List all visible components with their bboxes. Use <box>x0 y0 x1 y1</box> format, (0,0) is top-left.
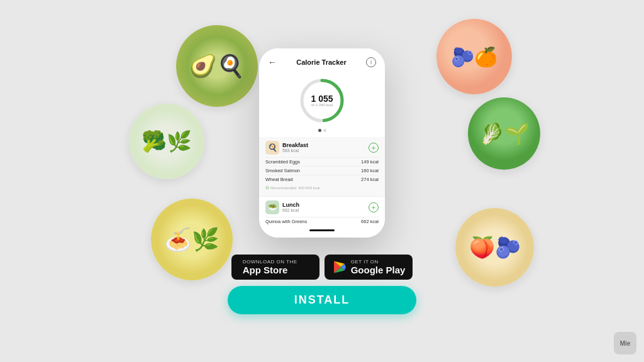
app-store-line1: Download on the <box>243 259 297 265</box>
page-dots <box>318 129 326 132</box>
rec-icon: ⊙ <box>265 185 269 190</box>
salmon-name: Smoked Salmon <box>265 168 300 173</box>
calorie-ring: 1 055 of 2 200 kcal <box>297 75 347 126</box>
mie-badge: Mie <box>614 332 636 354</box>
back-button[interactable]: ← <box>268 57 277 67</box>
food-item-quinoa: Quinoa with Greens 662 kcal <box>265 217 379 226</box>
lunch-icon: 🥗 <box>265 200 279 214</box>
bread-kcal: 274 kcal <box>361 177 379 182</box>
lunch-title-group: 🥗 Lunch 662 kcal <box>265 200 299 214</box>
app-store-text: Download on the App Store <box>243 259 297 275</box>
food-circle-oatmeal: 🍑🫐 <box>455 208 534 287</box>
oatmeal-image: 🍑🫐 <box>455 208 534 287</box>
food-circle-soup: 🥬🌱 <box>468 97 540 170</box>
food-item-bread: Wheat Bread 274 kcal <box>265 175 379 184</box>
store-buttons: Download on the App Store GET IT ON Goog… <box>231 255 413 280</box>
dot-2 <box>323 129 326 132</box>
food-circle-asparagus: 🥦🌿 <box>129 104 204 179</box>
breakfast-kcal: 583 kcal <box>282 148 308 153</box>
google-play-line2: Google Play <box>351 265 406 275</box>
lunch-info: Lunch 662 kcal <box>282 202 299 212</box>
breakfast-title-group: 🍳 Breakfast 583 kcal <box>265 141 308 155</box>
calorie-section: 1 055 of 2 200 kcal <box>259 72 385 137</box>
google-play-button[interactable]: GET IT ON Google Play <box>325 255 413 280</box>
main-container: 🥑🍳 🫐🍊 🥦🌿 🥬🌱 🍝🌿 🍑🫐 ← Calorie Tracker i <box>0 0 644 362</box>
lunch-section: 🥗 Lunch 662 kcal + Quinoa with Greens 66… <box>259 196 385 238</box>
breakfast-header: 🍳 Breakfast 583 kcal + <box>265 141 379 155</box>
lunch-add-button[interactable]: + <box>369 202 379 212</box>
food-item-eggs: Scrambled Eggs 149 kcal <box>265 157 379 166</box>
google-play-icon <box>332 260 347 275</box>
asparagus-image: 🥦🌿 <box>129 104 204 179</box>
app-store-button[interactable]: Download on the App Store <box>231 255 319 280</box>
google-play-line1: GET IT ON <box>351 259 406 265</box>
pasta-image: 🍝🌿 <box>151 199 233 280</box>
calorie-sub: of 2 200 kcal <box>311 103 333 107</box>
breakfast-section: 🍳 Breakfast 583 kcal + Scrambled Eggs 14… <box>259 137 385 196</box>
recommended-text: ⊙ Recommended: 400-500 kcal <box>265 184 379 192</box>
eggs-kcal: 149 kcal <box>361 159 379 165</box>
phone-title: Calorie Tracker <box>296 58 347 66</box>
info-button[interactable]: i <box>366 57 376 67</box>
food-circle-pasta: 🍝🌿 <box>151 199 233 280</box>
bread-name: Wheat Bread <box>265 177 293 182</box>
lunch-header: 🥗 Lunch 662 kcal + <box>265 200 379 214</box>
app-store-line2: App Store <box>243 265 297 275</box>
quinoa-kcal: 662 kcal <box>361 219 379 224</box>
lunch-name: Lunch <box>282 202 299 208</box>
salmon-kcal: 160 kcal <box>361 168 379 173</box>
phone-header: ← Calorie Tracker i <box>259 48 385 72</box>
breakfast-name: Breakfast <box>282 142 308 148</box>
calorie-number: 1 055 <box>311 94 333 103</box>
breakfast-info: Breakfast 583 kcal <box>282 142 308 153</box>
content-wrapper: ← Calorie Tracker i 1 055 of 2 200 kcal <box>228 48 416 314</box>
phone-inner: ← Calorie Tracker i 1 055 of 2 200 kcal <box>259 48 385 238</box>
bottom-section: Download on the App Store GET IT ON Goog… <box>228 255 416 314</box>
phone-mockup: ← Calorie Tracker i 1 055 of 2 200 kcal <box>259 48 385 238</box>
food-item-salmon: Smoked Salmon 160 kcal <box>265 166 379 175</box>
berries-image: 🫐🍊 <box>436 19 512 94</box>
breakfast-add-button[interactable]: + <box>369 143 379 153</box>
breakfast-icon: 🍳 <box>265 141 279 155</box>
calorie-text: 1 055 of 2 200 kcal <box>311 94 333 107</box>
quinoa-name: Quinoa with Greens <box>265 219 307 224</box>
google-play-text: GET IT ON Google Play <box>351 259 406 275</box>
food-circle-berries: 🫐🍊 <box>436 19 512 94</box>
eggs-name: Scrambled Eggs <box>265 159 300 165</box>
soup-image: 🥬🌱 <box>468 97 540 170</box>
lunch-kcal: 662 kcal <box>282 208 299 212</box>
dot-1 <box>318 129 321 132</box>
install-button[interactable]: INSTALL <box>228 286 416 314</box>
